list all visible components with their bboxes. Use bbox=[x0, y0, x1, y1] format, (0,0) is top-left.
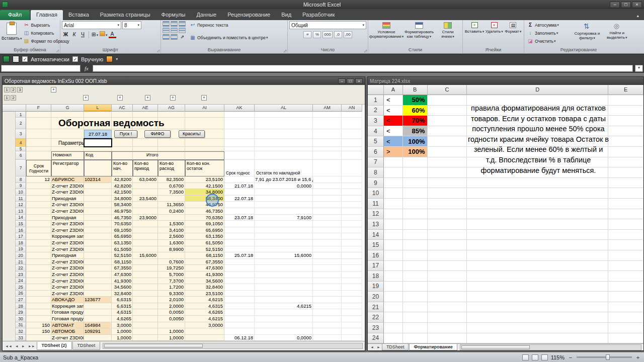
cell-L8[interactable]: 102314 bbox=[84, 176, 112, 183]
cell-G18[interactable]: Z-отчет Z3DI000385 bbox=[51, 240, 84, 246]
right-cell-A7[interactable] bbox=[384, 157, 403, 168]
right-cell-B9[interactable] bbox=[403, 178, 428, 189]
row-header-10[interactable]: 10 bbox=[16, 189, 26, 196]
right-cell-C16[interactable] bbox=[428, 250, 467, 261]
cell-L26[interactable] bbox=[84, 291, 112, 297]
cell-G5[interactable] bbox=[51, 147, 84, 151]
cell-AM11[interactable] bbox=[313, 196, 342, 202]
row-header-18[interactable]: 18 bbox=[16, 240, 26, 246]
right-cell-A4[interactable]: < bbox=[384, 126, 403, 137]
cell-AG20[interactable] bbox=[158, 252, 185, 259]
cell-AK31[interactable] bbox=[224, 322, 255, 329]
cell-AI9[interactable]: 42,1500 bbox=[185, 183, 224, 190]
font-family-select[interactable]: Arial▾ bbox=[62, 21, 121, 29]
cell-L23[interactable] bbox=[84, 272, 112, 278]
cell-L7[interactable] bbox=[84, 160, 112, 176]
right-cell-C2[interactable] bbox=[428, 106, 467, 116]
right-cell-D18[interactable] bbox=[467, 271, 608, 282]
cell-G13[interactable]: Z-отчет Z3DI000382 bbox=[51, 208, 84, 215]
cell-AI13[interactable]: 46,7350 bbox=[185, 208, 224, 215]
cell-AM13[interactable] bbox=[313, 208, 342, 215]
right-cell-E7[interactable] bbox=[608, 157, 643, 168]
cell-AL22[interactable] bbox=[255, 265, 313, 272]
right-cell-E19[interactable] bbox=[608, 282, 643, 292]
cell-AK29[interactable] bbox=[224, 309, 255, 316]
right-cell-B21[interactable] bbox=[403, 302, 428, 313]
cell-AG19[interactable]: 8,9900 bbox=[158, 246, 185, 253]
right-column-header-E[interactable]: E bbox=[608, 85, 643, 95]
right-row-header-5[interactable]: 5 bbox=[368, 136, 384, 147]
cell-AC4[interactable] bbox=[112, 139, 133, 147]
right-cell-C4[interactable] bbox=[428, 126, 467, 137]
right-cell-E11[interactable] bbox=[608, 199, 643, 209]
cell-AE14[interactable]: 23,9000 bbox=[133, 215, 158, 221]
cell-AK10[interactable] bbox=[224, 189, 255, 196]
cell-AL25[interactable] bbox=[255, 284, 313, 291]
cell-AE6[interactable] bbox=[133, 151, 158, 160]
row-header-20[interactable]: 20 bbox=[16, 252, 26, 259]
row-header-2[interactable]: 2 bbox=[16, 118, 26, 129]
addin-table-icon[interactable] bbox=[13, 56, 19, 62]
cell-F1[interactable] bbox=[26, 112, 51, 118]
clipboard-dialog-launcher[interactable]: ◿ bbox=[56, 49, 59, 53]
right-row-header-10[interactable]: 10 bbox=[368, 188, 384, 199]
right-column-header-A[interactable]: A bbox=[384, 85, 403, 95]
row-header-17[interactable]: 17 bbox=[16, 233, 26, 240]
cell-AE7[interactable] bbox=[133, 160, 158, 176]
cell-G30[interactable]: Готовая продукция bbox=[51, 316, 84, 322]
right-row-header-3[interactable]: 3 bbox=[368, 116, 384, 126]
cell-G12[interactable]: Z-отчет Z3DI000381 bbox=[51, 202, 84, 208]
row-header-28[interactable]: 28 bbox=[16, 303, 26, 310]
zoom-level[interactable]: 115% bbox=[551, 354, 565, 360]
right-cell-C18[interactable] bbox=[428, 271, 467, 282]
cell-AN31[interactable] bbox=[342, 322, 362, 329]
right-row-header-11[interactable]: 11 bbox=[368, 199, 384, 209]
right-cell-B22[interactable] bbox=[403, 312, 428, 323]
cell-L28[interactable] bbox=[84, 303, 112, 310]
cell-AI31[interactable]: 3,0000 bbox=[185, 322, 224, 329]
decrease-indent-icon[interactable] bbox=[163, 34, 170, 40]
cell-AE15[interactable] bbox=[133, 221, 158, 227]
cell-AG4[interactable] bbox=[158, 139, 185, 147]
left-window-close-button[interactable]: × bbox=[355, 78, 363, 84]
cell-AI15[interactable]: 69,1050 bbox=[185, 221, 224, 227]
outline-expand-button[interactable]: + bbox=[117, 95, 123, 101]
cell-AM31[interactable] bbox=[313, 322, 342, 329]
right-cell-D19[interactable] bbox=[467, 282, 608, 292]
wrap-text-button[interactable]: ↩Перенос текста bbox=[189, 21, 268, 29]
font-color-button[interactable]: А bbox=[109, 31, 116, 38]
cell-AM24[interactable] bbox=[313, 278, 342, 285]
cell-AC24[interactable]: 41,9300 bbox=[112, 278, 133, 285]
select-all-corner[interactable] bbox=[3, 105, 26, 112]
cell-AC25[interactable]: 34,5600 bbox=[112, 284, 133, 291]
cell-AC26[interactable]: 32,8400 bbox=[112, 291, 133, 297]
tab-scroll-first-icon[interactable]: ◄◄ bbox=[4, 344, 14, 348]
right-cell-B2[interactable]: 60% bbox=[403, 106, 428, 116]
cell-L17[interactable] bbox=[84, 233, 112, 240]
cell-AC7[interactable] bbox=[112, 160, 133, 176]
cell-AM7[interactable] bbox=[313, 160, 342, 176]
right-cell-E9[interactable] bbox=[608, 178, 643, 189]
cell-AL18[interactable] bbox=[255, 240, 313, 246]
cell-L22[interactable] bbox=[84, 265, 112, 272]
cell-F11[interactable] bbox=[26, 196, 51, 202]
align-top-icon[interactable] bbox=[163, 21, 170, 27]
right-cell-A21[interactable] bbox=[384, 302, 403, 313]
cell-AL5[interactable] bbox=[255, 147, 313, 151]
cell-AM28[interactable] bbox=[313, 303, 342, 310]
cell-AC19[interactable]: 61,5050 bbox=[112, 246, 133, 253]
font-dialog-launcher[interactable]: ◿ bbox=[157, 49, 159, 53]
cell-AL23[interactable] bbox=[255, 272, 313, 278]
date-cell[interactable]: 27.07.18 bbox=[84, 130, 112, 138]
right-cell-A22[interactable] bbox=[384, 312, 403, 323]
cell-AI2[interactable] bbox=[185, 118, 224, 129]
cell-L9[interactable] bbox=[84, 183, 112, 190]
tab-Вид[interactable]: Вид bbox=[276, 10, 297, 20]
cell-AK4[interactable] bbox=[224, 139, 255, 147]
cell-AI17[interactable]: 63,1350 bbox=[185, 233, 224, 240]
right-cell-B7[interactable] bbox=[403, 157, 428, 168]
cell-AN22[interactable] bbox=[342, 265, 362, 272]
cell-AK19[interactable] bbox=[224, 246, 255, 253]
align-center-icon[interactable] bbox=[171, 28, 178, 33]
cell-L25[interactable] bbox=[84, 284, 112, 291]
